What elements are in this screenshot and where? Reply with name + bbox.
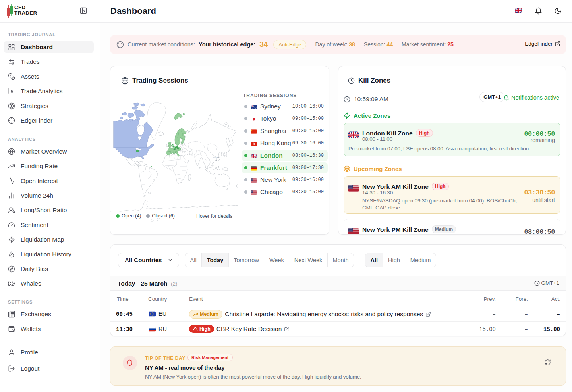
svg-text:SEOUL: SEOUL bbox=[213, 157, 218, 159]
